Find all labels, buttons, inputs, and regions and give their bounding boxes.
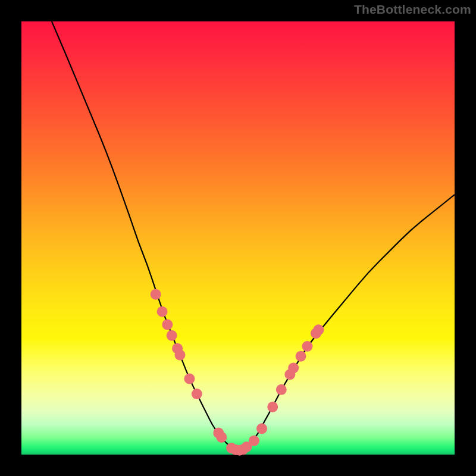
watermark-text: TheBottleneck.com [354, 2, 471, 17]
data-point [276, 384, 287, 395]
chart-container: TheBottleneck.com [0, 0, 476, 476]
data-point [162, 320, 173, 330]
data-point [302, 341, 312, 352]
bottleneck-curve [52, 21, 455, 450]
data-point [157, 306, 168, 317]
data-point [288, 362, 299, 373]
data-point [192, 389, 202, 399]
chart-svg [21, 21, 455, 455]
data-point [249, 436, 259, 446]
data-point [174, 350, 185, 361]
data-point [313, 324, 324, 335]
data-point [267, 402, 278, 412]
marker-layer [151, 289, 324, 456]
plot-area [21, 21, 455, 455]
data-point [184, 374, 195, 384]
data-point [296, 351, 306, 362]
data-point [167, 330, 177, 341]
data-point [151, 289, 161, 300]
data-point [216, 432, 227, 443]
data-point [256, 423, 267, 434]
